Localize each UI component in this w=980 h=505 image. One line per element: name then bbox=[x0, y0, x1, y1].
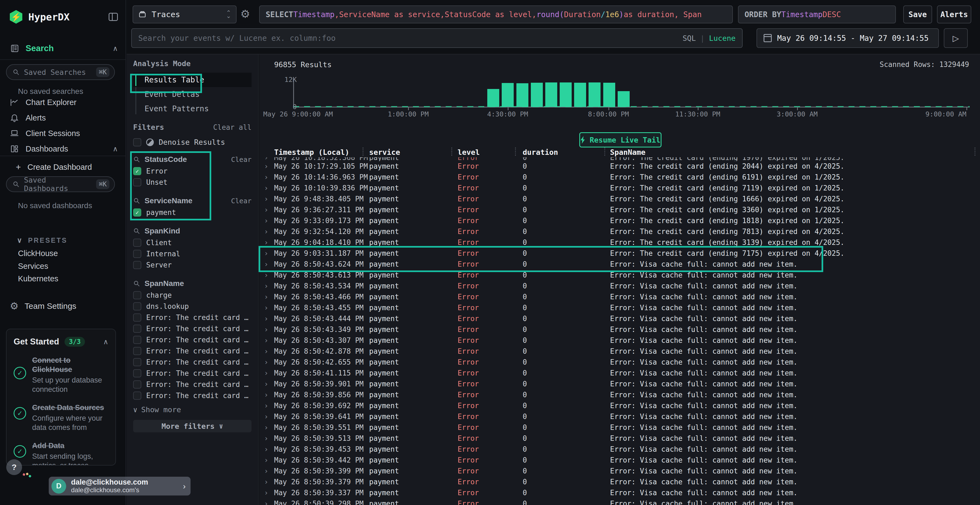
row-expand-chevron[interactable]: › bbox=[264, 249, 269, 257]
row-expand-chevron[interactable]: › bbox=[264, 369, 269, 377]
row-expand-chevron[interactable]: › bbox=[264, 238, 269, 246]
filter-option[interactable]: Error: The credit card … bbox=[133, 345, 251, 356]
filter-group-header[interactable]: SpanName bbox=[133, 278, 251, 289]
gear-icon[interactable]: ⚙ bbox=[240, 8, 250, 20]
filter-option[interactable]: Unset bbox=[133, 176, 251, 188]
sidebar-item-team-settings[interactable]: ⚙ Team Settings bbox=[10, 299, 118, 313]
col-spanname[interactable]: SpanName bbox=[610, 148, 646, 156]
checkbox[interactable] bbox=[133, 138, 141, 146]
create-dashboard-button[interactable]: + Create Dashboard bbox=[16, 160, 118, 173]
sidebar-item-dashboards[interactable]: Dashboards ∧ bbox=[10, 142, 118, 156]
language-toggle[interactable]: SQL | Lucene bbox=[682, 34, 735, 43]
table-row[interactable]: › May 26 8:50:43.307 PM payment Error 0 … bbox=[259, 335, 980, 346]
filter-option[interactable]: Server bbox=[133, 259, 251, 270]
table-row[interactable]: › May 26 8:50:39.337 PM payment Error 0 … bbox=[259, 488, 980, 499]
preset-clickhouse[interactable]: ClickHouse bbox=[18, 249, 58, 258]
date-range-picker[interactable]: May 26 09:14:55 - May 27 09:14:55 bbox=[757, 28, 939, 48]
filter-option[interactable]: Error: The credit card … bbox=[133, 379, 251, 390]
table-row[interactable]: › May 26 9:32:54.120 PM payment Error 0 … bbox=[259, 226, 980, 237]
table-row[interactable]: › May 26 8:50:41.115 PM payment Error 0 … bbox=[259, 368, 980, 379]
filter-option[interactable]: Error: The credit card … bbox=[133, 390, 251, 401]
filter-group-header[interactable]: StatusCode Clear bbox=[133, 154, 251, 165]
chevron-up-icon[interactable]: ∧ bbox=[113, 44, 118, 53]
saved-dashboards-input[interactable]: Saved Dashboards ⌘K bbox=[6, 176, 115, 192]
filter-option[interactable]: Error: The credit card … bbox=[133, 368, 251, 379]
sidebar-item-search[interactable]: Search ∧ bbox=[10, 41, 118, 56]
checkbox[interactable] bbox=[133, 167, 141, 175]
row-expand-chevron[interactable]: › bbox=[264, 489, 269, 497]
checkbox[interactable] bbox=[133, 291, 141, 299]
histogram-bar[interactable] bbox=[603, 83, 615, 107]
row-expand-chevron[interactable]: › bbox=[264, 157, 269, 161]
table-row[interactable]: › May 26 8:50:43.624 PM payment Error 0 … bbox=[259, 259, 980, 270]
table-row[interactable]: › May 26 10:18:52.368 PM payment Error 0… bbox=[259, 157, 980, 161]
histogram-bar[interactable] bbox=[502, 83, 514, 107]
row-expand-chevron[interactable]: › bbox=[264, 358, 269, 366]
row-expand-chevron[interactable]: › bbox=[264, 500, 269, 505]
checkbox[interactable] bbox=[133, 302, 141, 310]
row-expand-chevron[interactable]: › bbox=[264, 413, 269, 421]
checkbox[interactable] bbox=[133, 369, 141, 377]
sidebar-collapse-icon[interactable] bbox=[109, 13, 118, 21]
table-row[interactable]: › May 26 8:50:42.878 PM payment Error 0 … bbox=[259, 346, 980, 357]
checkbox[interactable] bbox=[133, 336, 141, 344]
column-resize-handle[interactable] bbox=[605, 148, 605, 156]
table-row[interactable]: › May 26 8:50:43.613 PM payment Error 0 … bbox=[259, 270, 980, 281]
checkbox[interactable] bbox=[133, 313, 141, 322]
filter-clear-button[interactable]: Clear bbox=[231, 156, 251, 164]
table-row[interactable]: › May 26 8:50:39.856 PM payment Error 0 … bbox=[259, 390, 980, 400]
row-expand-chevron[interactable]: › bbox=[264, 217, 269, 225]
filter-option[interactable]: payment bbox=[133, 207, 251, 218]
table-row[interactable]: › May 26 9:33:09.173 PM payment Error 0 … bbox=[259, 216, 980, 226]
table-row[interactable]: › May 26 8:50:42.655 PM payment Error 0 … bbox=[259, 357, 980, 368]
row-expand-chevron[interactable]: › bbox=[264, 336, 269, 345]
histogram-bar[interactable] bbox=[589, 83, 601, 107]
table-row[interactable]: › May 26 8:50:39.513 PM payment Error 0 … bbox=[259, 433, 980, 444]
table-row[interactable]: › May 26 8:50:39.551 PM payment Error 0 … bbox=[259, 422, 980, 433]
filter-clear-button[interactable]: Clear bbox=[231, 197, 251, 205]
table-row[interactable]: › May 26 8:50:43.444 PM payment Error 0 … bbox=[259, 313, 980, 324]
checkbox[interactable] bbox=[133, 239, 141, 247]
filter-option[interactable]: Error: The credit card … bbox=[133, 323, 251, 334]
col-service[interactable]: service bbox=[369, 148, 400, 156]
histogram-bar[interactable] bbox=[487, 89, 499, 107]
histogram-bar[interactable] bbox=[516, 83, 528, 107]
col-level[interactable]: level bbox=[458, 148, 480, 156]
table-row[interactable]: › May 26 8:50:39.641 PM payment Error 0 … bbox=[259, 411, 980, 422]
table-row[interactable]: › May 26 10:14:36.963 PM payment Error 0… bbox=[259, 172, 980, 183]
row-expand-chevron[interactable]: › bbox=[264, 206, 269, 214]
table-row[interactable]: › May 26 9:03:31.187 PM payment Error 0 … bbox=[259, 248, 980, 259]
checkbox[interactable] bbox=[133, 347, 141, 355]
col-timestamp[interactable]: Timestamp (Local) bbox=[274, 148, 349, 156]
presets-toggle[interactable]: ∨ PRESETS bbox=[17, 236, 67, 245]
order-by-editor[interactable]: ORDER BY Timestamp DESC bbox=[738, 5, 896, 24]
table-row[interactable]: › May 26 8:50:39.298 PM payment Error 0 … bbox=[259, 499, 980, 505]
row-expand-chevron[interactable]: › bbox=[264, 326, 269, 333]
analysis-mode-event-deltas[interactable]: Event Deltas bbox=[133, 87, 251, 102]
preset-kubernetes[interactable]: Kubernetes bbox=[18, 274, 58, 283]
analysis-mode-event-patterns[interactable]: Event Patterns bbox=[133, 102, 251, 116]
sidebar-item-chart-explorer[interactable]: Chart Explorer bbox=[10, 96, 118, 109]
sidebar-item-alerts[interactable]: Alerts bbox=[10, 111, 118, 124]
resume-live-tail-button[interactable]: Resume Live Tail bbox=[579, 132, 662, 148]
chevron-up-icon[interactable]: ∧ bbox=[103, 338, 108, 346]
lang-sql[interactable]: SQL bbox=[682, 34, 696, 43]
get-started-step[interactable]: ✓ Add Data Start sending logs, metrics, … bbox=[14, 441, 108, 465]
sql-select-editor[interactable]: SELECT Timestamp, ServiceName as service… bbox=[259, 5, 733, 24]
filter-option[interactable]: charge bbox=[133, 289, 251, 301]
filter-group-header[interactable]: ServiceName Clear bbox=[133, 195, 251, 207]
preset-services[interactable]: Services bbox=[18, 262, 48, 271]
help-button[interactable]: ? bbox=[6, 459, 22, 475]
row-expand-chevron[interactable]: › bbox=[264, 402, 269, 410]
column-resize-handle[interactable] bbox=[975, 148, 975, 156]
user-menu[interactable]: D dale@clickhouse.com dale@clickhouse.co… bbox=[49, 477, 191, 495]
row-expand-chevron[interactable]: › bbox=[264, 260, 269, 268]
run-query-button[interactable]: ▷ bbox=[944, 28, 968, 48]
table-row[interactable]: › May 26 8:50:43.455 PM payment Error 0 … bbox=[259, 303, 980, 313]
show-more-button[interactable]: ∨ Show more bbox=[133, 405, 251, 414]
row-expand-chevron[interactable]: › bbox=[264, 445, 269, 453]
checkbox[interactable] bbox=[133, 325, 141, 333]
checkbox[interactable] bbox=[133, 358, 141, 366]
column-resize-handle[interactable] bbox=[363, 148, 363, 156]
more-filters-button[interactable]: More filters ∨ bbox=[133, 420, 251, 432]
